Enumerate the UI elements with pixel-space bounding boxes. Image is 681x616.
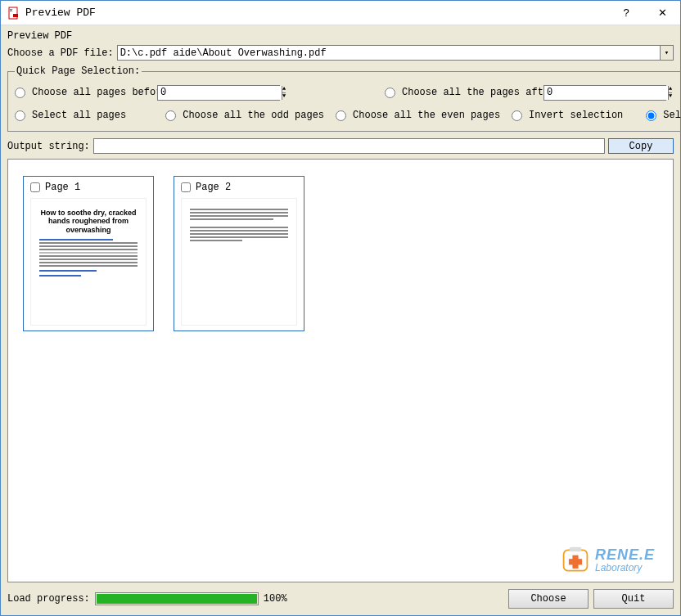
help-button[interactable]: ? (608, 1, 644, 25)
radio-odd[interactable] (165, 110, 176, 121)
quit-button[interactable]: Quit (593, 589, 674, 609)
progress-bar (95, 592, 259, 605)
file-input-wrap: ▾ (117, 45, 674, 61)
page-2-preview (181, 198, 297, 326)
qps-legend: Quick Page Selection: (15, 65, 142, 77)
quick-page-selection: Quick Page Selection: Choose all pages b… (7, 65, 681, 132)
output-label: Output string: (7, 141, 90, 152)
page-1-label: Page 1 (45, 182, 80, 193)
output-row: Output string: Copy (7, 138, 674, 154)
brand-badge: RENE.E Laboratory (561, 546, 655, 575)
preview-frame: Page 1 How to soothe dry, cracked hands … (7, 159, 674, 582)
radio-after[interactable] (385, 88, 395, 98)
file-dropdown-button[interactable]: ▾ (660, 46, 673, 60)
spin-before-down[interactable]: ▼ (282, 93, 286, 100)
page-title: Preview PDF (7, 30, 674, 42)
brand-sub: Laboratory (595, 563, 655, 573)
spin-after: ▲▼ (543, 85, 666, 101)
svg-rect-5 (569, 559, 582, 564)
radio-nothing[interactable] (646, 110, 656, 121)
page-2-label: Page 2 (196, 182, 231, 193)
thumbnails-row: Page 1 How to soothe dry, cracked hands … (23, 176, 658, 331)
radio-even[interactable] (336, 110, 346, 121)
file-label: Choose a PDF file: (7, 47, 114, 59)
brand-icon (561, 546, 590, 575)
radio-all[interactable] (15, 110, 25, 121)
radio-invert[interactable] (512, 110, 522, 121)
page-thumb-2[interactable]: Page 2 (174, 176, 304, 331)
title-bar: Preview PDF ? ✕ (1, 1, 680, 25)
page-1-checkbox[interactable] (30, 182, 40, 192)
page-1-preview: How to soothe dry, cracked hands roughen… (30, 198, 147, 326)
svg-rect-3 (570, 547, 581, 551)
choose-button[interactable]: Choose (508, 589, 589, 609)
client-area: Preview PDF Choose a PDF file: ▾ Quick P… (1, 25, 680, 615)
file-input[interactable] (118, 46, 660, 60)
radio-before[interactable] (15, 88, 25, 98)
radio-odd-label[interactable]: Choose all the odd pages (183, 110, 324, 121)
close-button[interactable]: ✕ (644, 1, 680, 25)
radio-even-label[interactable]: Choose all the even pages (353, 110, 500, 121)
radio-after-label[interactable]: Choose all the pages after (402, 87, 555, 98)
radio-all-label[interactable]: Select all pages (32, 110, 126, 121)
page-1-doc-title: How to soothe dry, cracked hands roughen… (39, 209, 138, 234)
progress-label: Load progress: (7, 593, 90, 605)
page-thumb-1[interactable]: Page 1 How to soothe dry, cracked hands … (23, 176, 154, 331)
spin-after-down[interactable]: ▼ (669, 93, 672, 100)
preview-scroll[interactable]: Page 1 How to soothe dry, cracked hands … (8, 160, 673, 582)
progress-fill (97, 594, 257, 604)
radio-before-label[interactable]: Choose all pages before (32, 87, 168, 98)
app-icon (7, 7, 20, 20)
window-title: Preview PDF (25, 7, 608, 19)
app-window: Preview PDF ? ✕ Preview PDF Choose a PDF… (0, 0, 681, 616)
copy-button[interactable]: Copy (608, 138, 674, 154)
file-row: Choose a PDF file: ▾ (7, 45, 674, 61)
spin-before-input[interactable] (158, 86, 282, 100)
page-2-checkbox[interactable] (181, 182, 191, 192)
progress-percent: 100% (264, 593, 287, 605)
spin-before: ▲▼ (157, 85, 280, 101)
output-input[interactable] (93, 138, 605, 154)
spin-after-input[interactable] (544, 86, 668, 100)
svg-rect-1 (13, 14, 18, 17)
bottom-bar: Load progress: 100% Choose Quit (7, 582, 674, 610)
radio-invert-label[interactable]: Invert selection (529, 110, 623, 121)
brand-name: RENE.E (595, 547, 655, 563)
radio-nothing-label[interactable]: Select nothing (663, 110, 681, 121)
